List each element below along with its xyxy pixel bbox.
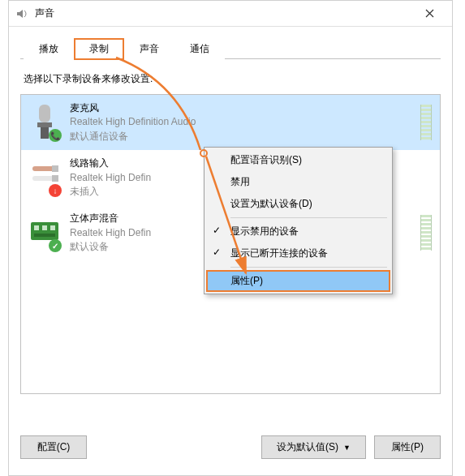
properties-button[interactable]: 属性(P) bbox=[374, 435, 441, 459]
sound-dialog: 声音 播放 录制 声音 通信 选择以下录制设备来修改设置: bbox=[8, 0, 453, 476]
status-badge-icon: ✓ bbox=[49, 239, 62, 252]
ctx-show-disabled[interactable]: ✓ 显示禁用的设备 bbox=[206, 221, 390, 242]
instruction-text: 选择以下录制设备来修改设置: bbox=[24, 72, 437, 86]
svg-rect-9 bbox=[42, 225, 47, 230]
window-title: 声音 bbox=[35, 6, 413, 20]
device-context-menu: 配置语音识别(S) 禁用 设置为默认设备(D) ✓ 显示禁用的设备 ✓ 显示已断… bbox=[204, 147, 393, 294]
svg-rect-5 bbox=[52, 165, 58, 172]
svg-rect-6 bbox=[52, 175, 58, 182]
ctx-separator bbox=[230, 267, 387, 268]
svg-rect-8 bbox=[34, 225, 39, 230]
svg-rect-3 bbox=[32, 166, 55, 171]
ctx-label: 显示已断开连接的设备 bbox=[230, 247, 328, 260]
status-badge-icon: 📞 bbox=[49, 129, 62, 142]
status-badge-icon: ↓ bbox=[49, 184, 62, 197]
tab-communications[interactable]: 通信 bbox=[174, 38, 225, 60]
level-meter bbox=[420, 215, 432, 251]
line-in-icon: ↓ bbox=[29, 157, 60, 195]
chevron-down-icon: ▼ bbox=[343, 444, 351, 452]
speaker-icon bbox=[15, 7, 28, 20]
titlebar: 声音 bbox=[9, 1, 452, 27]
device-status: 默认通信设备 bbox=[70, 130, 411, 144]
level-meter bbox=[420, 105, 432, 140]
ctx-properties[interactable]: 属性(P) bbox=[206, 270, 390, 292]
check-icon: ✓ bbox=[213, 225, 221, 236]
configure-button[interactable]: 配置(C) bbox=[20, 435, 87, 459]
svg-rect-4 bbox=[32, 176, 55, 181]
set-default-button[interactable]: 设为默认值(S)▼ bbox=[261, 435, 366, 459]
button-bar: 配置(C) 设为默认值(S)▼ 属性(P) bbox=[20, 435, 441, 459]
tab-recording[interactable]: 录制 bbox=[74, 38, 124, 60]
ctx-set-default[interactable]: 设置为默认设备(D) bbox=[206, 193, 390, 215]
microphone-icon: 📞 bbox=[29, 101, 60, 140]
tab-sounds[interactable]: 声音 bbox=[124, 38, 174, 60]
set-default-label: 设为默认值(S) bbox=[277, 441, 338, 452]
ctx-show-disconnected[interactable]: ✓ 显示已断开连接的设备 bbox=[206, 242, 390, 264]
close-button[interactable] bbox=[413, 2, 446, 25]
check-icon: ✓ bbox=[213, 247, 221, 258]
svg-rect-1 bbox=[37, 122, 52, 127]
ctx-label: 显示禁用的设备 bbox=[230, 225, 299, 238]
svg-rect-10 bbox=[50, 225, 55, 230]
svg-rect-7 bbox=[31, 222, 58, 240]
svg-rect-11 bbox=[34, 234, 55, 237]
ctx-configure-speech[interactable]: 配置语音识别(S) bbox=[206, 149, 390, 171]
svg-rect-0 bbox=[39, 105, 50, 122]
device-name: 麦克风 bbox=[70, 101, 411, 115]
tab-strip: 播放 录制 声音 通信 bbox=[20, 38, 441, 59]
stereo-mix-icon: ✓ bbox=[29, 212, 60, 251]
device-driver: Realtek High Definition Audio bbox=[70, 115, 411, 129]
tab-playback[interactable]: 播放 bbox=[24, 38, 74, 60]
device-row[interactable]: 📞 麦克风 Realtek High Definition Audio 默认通信… bbox=[21, 95, 440, 150]
svg-rect-2 bbox=[41, 127, 49, 139]
ctx-separator bbox=[230, 217, 387, 218]
ctx-disable[interactable]: 禁用 bbox=[206, 171, 390, 193]
